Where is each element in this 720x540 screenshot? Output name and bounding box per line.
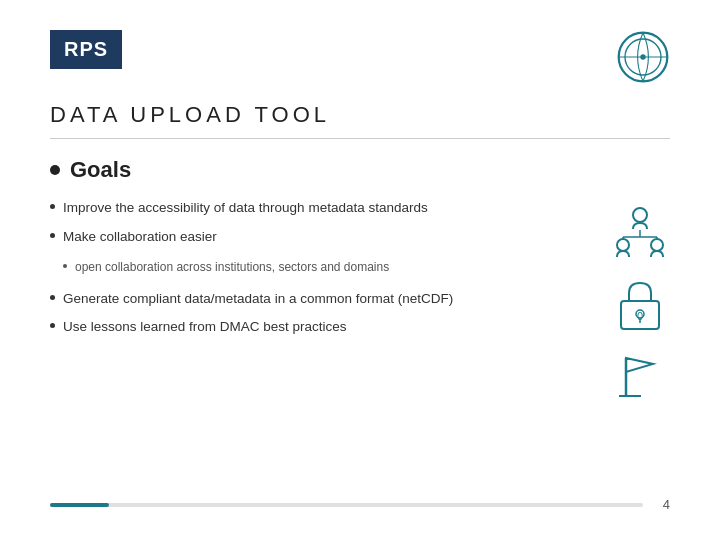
flag-icon <box>611 348 669 400</box>
svg-point-6 <box>651 239 663 251</box>
goals-label: Goals <box>70 157 131 183</box>
bullet-dot-icon <box>50 323 55 328</box>
bullet-dot-icon <box>50 204 55 209</box>
goals-bullet <box>50 165 60 175</box>
page-number: 4 <box>663 497 670 512</box>
org-chart-icon-block <box>611 199 669 269</box>
icons-panel: 0 <box>590 199 670 409</box>
title-section: DATA UPLOAD TOOL <box>50 102 670 139</box>
svg-point-3 <box>640 54 645 59</box>
svg-point-4 <box>633 208 647 222</box>
header: RPS <box>50 30 670 84</box>
list-item-text: Generate compliant data/metadata in a co… <box>63 290 453 309</box>
lock-icon-block: 0 <box>615 269 665 339</box>
sub-list: open collaboration across institutions, … <box>63 259 389 280</box>
bullet-dot-icon <box>50 233 55 238</box>
rps-logo: RPS <box>50 30 122 69</box>
flag-icon-block <box>611 339 669 409</box>
goals-heading: Goals <box>50 157 670 183</box>
list-item: Make collaboration easier open collabora… <box>50 228 590 280</box>
list-item: Generate compliant data/metadata in a co… <box>50 290 590 309</box>
progress-bar <box>50 503 643 507</box>
sub-bullet-dot-icon <box>63 264 67 268</box>
sub-list-item: open collaboration across institutions, … <box>63 259 389 276</box>
content-area: Improve the accessibility of data throug… <box>50 199 670 409</box>
list-item-text: Use lessons learned from DMAC best pract… <box>63 318 347 337</box>
svg-point-5 <box>617 239 629 251</box>
progress-bar-fill <box>50 503 109 507</box>
list-item: Improve the accessibility of data throug… <box>50 199 590 218</box>
slide: RPS DATA UPLOAD TOOL Goals Improve the a… <box>0 0 720 540</box>
sub-list-item-text: open collaboration across institutions, … <box>75 259 389 276</box>
org-chart-icon <box>611 205 669 263</box>
list-item-text: Improve the accessibility of data throug… <box>63 199 428 218</box>
list-item: Use lessons learned from DMAC best pract… <box>50 318 590 337</box>
list-item-text: Make collaboration easier <box>63 228 217 247</box>
lock-icon: 0 <box>615 275 665 333</box>
circle-logo-icon <box>616 30 670 84</box>
bullet-dot-icon <box>50 295 55 300</box>
svg-text:0: 0 <box>637 310 643 322</box>
bottom-bar: 4 <box>50 497 670 512</box>
goals-list: Improve the accessibility of data throug… <box>50 199 590 347</box>
page-title: DATA UPLOAD TOOL <box>50 102 670 128</box>
